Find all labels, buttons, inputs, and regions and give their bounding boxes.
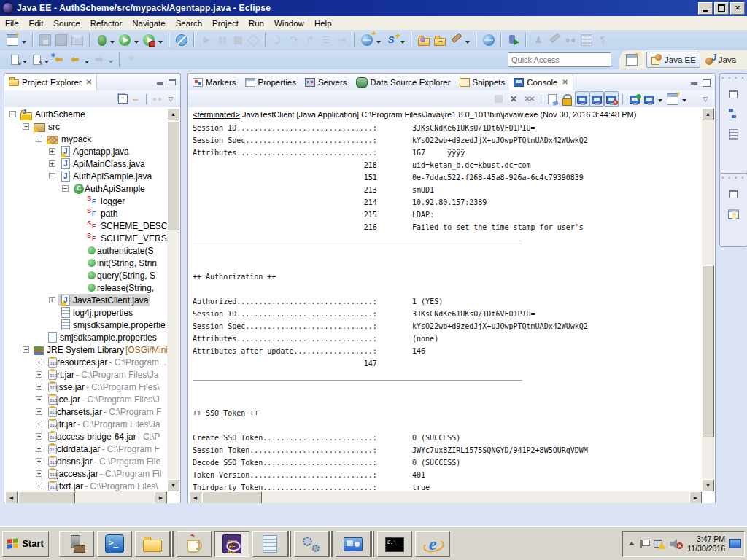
expand-toggle-icon[interactable]: +	[36, 470, 42, 477]
title-bar[interactable]: Java EE - AuthScheme/src/mypack/Agentapp…	[0, 0, 747, 16]
tree-item-mypack[interactable]: −mypack	[5, 133, 167, 145]
print-button[interactable]	[69, 31, 85, 49]
expand-toggle-icon[interactable]: +	[49, 160, 55, 167]
resume-button[interactable]	[198, 31, 214, 49]
restore-console-button[interactable]	[703, 79, 711, 87]
network-warning-icon[interactable]	[654, 539, 665, 549]
tree-item-scheme-versi[interactable]: SCHEME_VERSI	[5, 232, 167, 244]
display-console-dropdown-icon[interactable]	[658, 99, 662, 104]
new-service-button[interactable]: S	[383, 31, 399, 49]
expand-toggle-icon[interactable]: +	[36, 384, 42, 390]
tree-item-apimainclass-java[interactable]: +ApiMainClass.java	[5, 158, 167, 170]
menu-window[interactable]: Window	[269, 18, 309, 29]
tree-item-rt-jar[interactable]: +rt.jar - C:\Program Files\Ja	[5, 368, 167, 381]
tree-item-smjsdksample-properties[interactable]: smjsdksample.properties	[5, 331, 167, 343]
profile-button[interactable]: ♟	[530, 31, 546, 49]
show-on-stderr-button[interactable]: ✕	[604, 91, 619, 107]
outline-view-button[interactable]	[726, 106, 742, 122]
new-web-project-dropdown-icon[interactable]	[376, 41, 381, 46]
paint-format-button[interactable]	[546, 31, 562, 49]
expand-toggle-icon[interactable]: +	[36, 371, 42, 378]
previous-annotation-button[interactable]	[29, 51, 43, 69]
tab-properties[interactable]: Properties	[241, 74, 301, 90]
expand-toggle-icon[interactable]: +	[36, 433, 42, 440]
menu-file[interactable]: File	[0, 18, 24, 29]
volume-muted-icon[interactable]: ✕	[670, 539, 683, 549]
taskbar-display-settings[interactable]	[336, 531, 371, 557]
taskbar-eclipse-active[interactable]: Java EEIDE	[214, 531, 249, 557]
menu-run[interactable]: Run	[244, 18, 269, 29]
remove-all-terminated-button[interactable]: ✕✕	[521, 91, 537, 107]
project-tree-vscrollbar[interactable]: ▲ ▼	[167, 108, 179, 491]
tree-item-authenticate-s[interactable]: authenticate(S	[5, 244, 167, 257]
tray-chevron-icon[interactable]	[629, 539, 635, 545]
previous-annotation-dropdown-icon[interactable]	[44, 61, 49, 66]
external-tools-dropdown-icon[interactable]	[158, 41, 163, 46]
perspective-java[interactable]: Java	[700, 52, 740, 68]
open-perspective-button[interactable]	[624, 51, 640, 69]
build-dropdown-icon[interactable]	[465, 41, 470, 46]
collapse-all-button[interactable]	[116, 93, 129, 106]
tab-markers[interactable]: Markers	[188, 74, 241, 90]
coverage-button[interactable]: ●●	[562, 31, 578, 49]
console-view-menu-button[interactable]: ▽	[699, 93, 712, 106]
drop-to-frame-button[interactable]: ⇥	[334, 31, 350, 49]
debug-button[interactable]	[94, 31, 109, 49]
stack-grip[interactable]: ▪ ▪ ▪ ▪	[721, 75, 745, 81]
project-tree-hscrollbar[interactable]: ◀ ▶	[5, 491, 167, 504]
expand-toggle-icon[interactable]: +	[36, 446, 42, 452]
action-center-flag-icon[interactable]	[639, 539, 649, 549]
menu-navigate[interactable]: Navigate	[127, 18, 170, 29]
remove-launch-button[interactable]: ✕	[506, 91, 521, 107]
tree-item-release-string-[interactable]: release(String,	[5, 281, 167, 294]
expand-toggle-icon[interactable]: −	[23, 346, 29, 353]
save-all-button[interactable]	[53, 31, 69, 49]
run-button[interactable]	[117, 31, 133, 49]
external-tools-button[interactable]	[141, 31, 157, 49]
console-output[interactable]: <terminated> JavaTestClient [Java Applic…	[189, 108, 702, 491]
suspend-button[interactable]	[214, 31, 231, 49]
new-dropdown-icon[interactable]	[22, 41, 26, 46]
debug-dropdown-icon[interactable]	[110, 41, 115, 46]
back-button[interactable]: ⬅	[67, 51, 83, 69]
next-annotation-dropdown-icon[interactable]	[23, 61, 27, 66]
perspective-java-ee[interactable]: Java EE	[646, 52, 700, 68]
disconnect-button[interactable]	[246, 31, 261, 49]
scroll-lock-button[interactable]	[559, 91, 575, 107]
step-over-button[interactable]: ↷	[286, 31, 302, 49]
tree-item-agentapp-java[interactable]: +Agentapp.java	[5, 145, 167, 158]
editor-area-button[interactable]	[726, 206, 742, 222]
expand-toggle-icon[interactable]: +	[49, 148, 55, 155]
back-dropdown-icon[interactable]	[85, 61, 89, 66]
expand-toggle-icon[interactable]: +	[36, 483, 42, 489]
menu-search[interactable]: Search	[171, 18, 207, 29]
minimize-button[interactable]	[698, 2, 713, 15]
tree-item-cldrdata-jar[interactable]: +cldrdata.jar - C:\Program F	[5, 443, 167, 455]
taskbar-admin-tools[interactable]	[59, 531, 94, 557]
taskbar-services[interactable]	[294, 531, 329, 557]
terminate-button[interactable]	[231, 31, 246, 49]
step-filters-button[interactable]: ☰	[318, 31, 334, 49]
tree-item-resources-jar[interactable]: +resources.jar - C:\Program...	[5, 356, 167, 368]
stack-grip[interactable]: ▪ ▪ ▪ ▪	[721, 175, 745, 181]
next-annotation-button[interactable]	[7, 51, 21, 69]
tree-item-smjsdksample-propertie[interactable]: smjsdksample.propertie	[5, 319, 167, 331]
terminate-launch-button[interactable]	[491, 91, 506, 107]
step-return-button[interactable]: ↱	[302, 31, 318, 49]
clear-console-button[interactable]	[546, 91, 559, 107]
tree-item-init-string-strin[interactable]: init(String, Strin	[5, 257, 167, 269]
tree-item-log4j-properties[interactable]: log4j.properties	[5, 306, 167, 319]
focus-button[interactable]: ●●	[151, 93, 164, 106]
menu-project[interactable]: Project	[207, 18, 244, 29]
web-browser-button[interactable]	[481, 31, 497, 49]
menu-edit[interactable]: Edit	[24, 18, 49, 29]
last-edit-location-button[interactable]: ⬅	[51, 51, 67, 69]
report-button[interactable]	[578, 31, 595, 49]
taskbar-powershell[interactable]	[97, 531, 132, 557]
tree-item-authapisample-java[interactable]: −AuthApiSample.java	[5, 170, 167, 182]
tree-item-src[interactable]: −src	[5, 120, 167, 133]
new-service-dropdown-icon[interactable]	[400, 41, 405, 46]
expand-toggle-icon[interactable]: +	[36, 408, 42, 415]
tree-item-authscheme[interactable]: −AuthScheme	[5, 108, 167, 120]
expand-toggle-icon[interactable]: −	[49, 173, 55, 179]
